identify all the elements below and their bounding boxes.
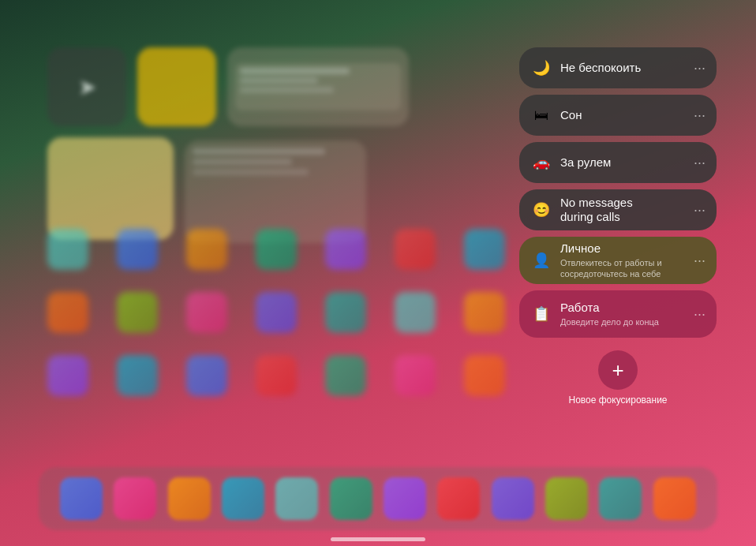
add-icon: + [598,350,638,390]
focus-item-work-text: Работа Доведите дело до конца [560,301,689,327]
dock-icon[interactable] [168,477,211,520]
app-row-3 [47,355,505,396]
dock-icon[interactable] [545,477,588,520]
dock [39,467,717,530]
app-icon [325,355,366,396]
widget-yellow [137,47,216,126]
dock-icon[interactable] [653,477,696,520]
app-icon [325,292,366,333]
focus-item-personal-subtitle: Отвлекитесь от работы и сосредоточьтесь … [560,257,689,280]
focus-item-no-messages-title: No messages during calls [560,196,689,224]
more-options-icon[interactable]: ··· [694,107,705,124]
dock-icon[interactable] [275,477,318,520]
focus-item-do-not-disturb-title: Не беспокоить [560,61,689,75]
moon-icon: 🌙 [530,57,552,79]
focus-item-driving-text: За рулем [560,155,689,170]
widget-shortcuts: ➤ [47,47,126,126]
dock-icon[interactable] [114,477,156,520]
more-options-icon[interactable]: ··· [694,252,705,269]
add-new-focus-button[interactable]: + Новое фокусирование [519,350,717,406]
dock-icon[interactable] [492,477,534,520]
focus-item-personal-title: Личное [560,241,689,256]
app-icon [186,229,227,270]
focus-item-work[interactable]: 📋 Работа Доведите дело до конца ··· [519,290,717,338]
app-icon [395,229,436,270]
app-icon [47,292,88,333]
widget-row-2 [47,137,442,243]
focus-item-do-not-disturb-text: Не беспокоить [560,61,689,75]
focus-item-do-not-disturb[interactable]: 🌙 Не беспокоить ··· [519,47,717,88]
app-icon [256,229,297,270]
app-icon [117,355,158,396]
focus-item-sleep[interactable]: 🛏 Сон ··· [519,95,717,136]
focus-item-sleep-title: Сон [560,108,689,122]
widget-note [47,137,174,240]
focus-panel: 🌙 Не беспокоить ··· 🛏 Сон ··· 🚗 За рулем… [519,47,717,406]
car-icon: 🚗 [530,151,552,174]
more-options-icon[interactable]: ··· [694,202,705,219]
dock-icon[interactable] [222,477,264,520]
widget-large-1 [227,47,409,126]
app-icon [464,229,505,270]
focus-item-personal[interactable]: 👤 Личное Отвлекитесь от работы и сосредо… [519,237,717,284]
bed-icon: 🛏 [530,104,552,126]
app-icon [464,355,505,396]
more-options-icon[interactable]: ··· [694,60,705,77]
person-icon: 👤 [530,249,552,271]
app-icon [464,292,505,333]
widget-medium [185,140,366,243]
app-icon [256,292,297,333]
focus-item-driving-title: За рулем [560,155,689,170]
app-row-2 [47,292,505,333]
focus-item-no-messages[interactable]: 😊 No messages during calls ··· [519,189,717,230]
app-icon [325,229,366,270]
focus-item-driving[interactable]: 🚗 За рулем ··· [519,142,717,183]
app-icon [256,355,297,396]
app-icon [395,292,436,333]
app-row-1 [47,229,505,270]
smiley-icon: 😊 [530,199,552,221]
dock-icon[interactable] [437,477,480,520]
dock-icon[interactable] [384,477,426,520]
app-icon [47,355,88,396]
app-icon [117,292,158,333]
more-options-icon[interactable]: ··· [694,306,705,323]
dock-icon[interactable] [330,477,372,520]
dock-icon[interactable] [599,477,642,520]
focus-item-no-messages-text: No messages during calls [560,196,689,224]
app-icon [186,292,227,333]
home-indicator[interactable] [331,537,425,541]
widget-row-1: ➤ [47,47,442,126]
app-icon [117,229,158,270]
app-icon [47,229,88,270]
add-focus-label: Новое фокусирование [568,395,667,406]
more-options-icon[interactable]: ··· [694,155,705,171]
focus-item-sleep-text: Сон [560,108,689,122]
focus-item-personal-text: Личное Отвлекитесь от работы и сосредото… [560,241,689,280]
app-icon [395,355,436,396]
dock-icon[interactable] [60,477,103,520]
focus-item-work-title: Работа [560,301,689,315]
widgets-area: ➤ [47,47,442,243]
app-icon [186,355,227,396]
briefcase-icon: 📋 [530,303,552,325]
focus-item-work-subtitle: Доведите дело до конца [560,316,689,327]
